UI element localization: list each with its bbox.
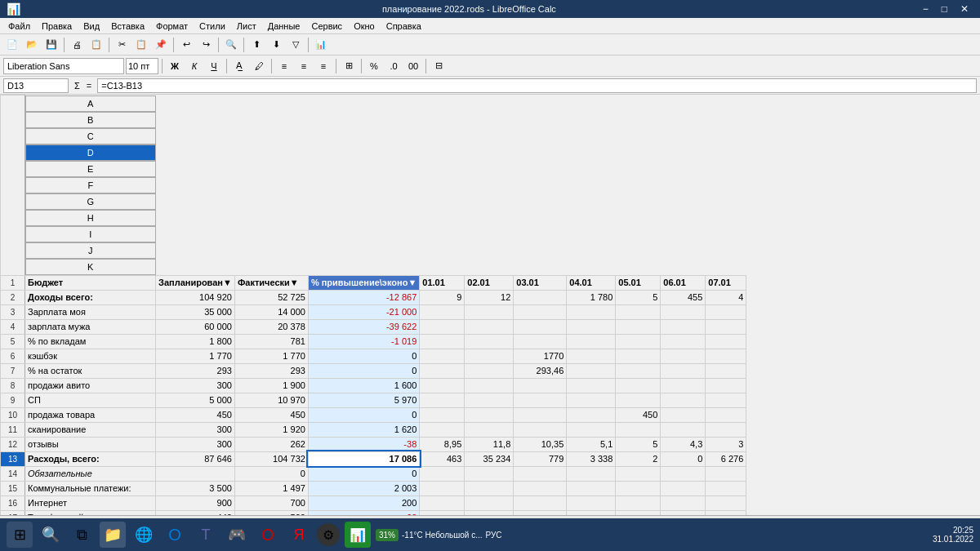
highlight-button[interactable]: 🖊 [250, 57, 268, 75]
cell-j-16[interactable] [661, 495, 706, 510]
cell-k-6[interactable] [706, 349, 746, 363]
font-name-input[interactable] [3, 58, 124, 74]
currency-button[interactable]: 00 [404, 57, 422, 75]
cell-j-17[interactable] [661, 510, 706, 515]
cell-e-8[interactable] [420, 378, 465, 393]
cell-a-11[interactable]: сканирование [25, 422, 156, 437]
cell-g-3[interactable] [514, 304, 567, 319]
cell-g-16[interactable] [514, 495, 567, 510]
cell-b-15[interactable]: 3 500 [156, 481, 235, 495]
cell-a-8[interactable]: продажи авито [25, 378, 156, 393]
cell-e-13[interactable]: 463 [420, 451, 465, 466]
cell-k-1[interactable]: 07.01 [706, 275, 746, 290]
calc-button[interactable]: 📊 [345, 522, 371, 548]
cell-e-7[interactable] [420, 363, 465, 378]
redo-button[interactable]: ↪ [197, 36, 215, 54]
cell-c-14[interactable]: 0 [234, 466, 308, 481]
cell-k-15[interactable] [706, 481, 746, 495]
cell-k-16[interactable] [706, 495, 746, 510]
cell-e-17[interactable] [420, 510, 465, 515]
menu-item-справка[interactable]: Справка [381, 20, 426, 33]
cell-c-7[interactable]: 293 [234, 363, 308, 378]
cell-h-14[interactable] [567, 466, 616, 481]
col-header-b[interactable]: B [25, 112, 156, 128]
pdf-button[interactable]: 📋 [87, 36, 105, 54]
menu-item-файл[interactable]: Файл [3, 20, 35, 33]
col-header-e[interactable]: E [25, 161, 156, 177]
cell-g-13[interactable]: 779 [514, 451, 567, 466]
cell-g-10[interactable] [514, 407, 567, 422]
cell-d-7[interactable]: 0 [308, 363, 419, 378]
print-button[interactable]: 🖨 [68, 36, 86, 54]
percent-button[interactable]: % [365, 57, 383, 75]
cell-h-3[interactable] [567, 304, 616, 319]
cell-b-2[interactable]: 104 920 [156, 290, 235, 304]
cell-h-1[interactable]: 04.01 [567, 275, 616, 290]
cell-h-9[interactable] [567, 393, 616, 407]
cell-i-16[interactable] [616, 495, 661, 510]
font-size-input[interactable] [126, 58, 158, 74]
copy-button[interactable]: 📋 [132, 36, 150, 54]
cell-f-7[interactable] [465, 363, 514, 378]
cell-f-6[interactable] [465, 349, 514, 363]
cell-b-16[interactable]: 900 [156, 495, 235, 510]
cell-f-4[interactable] [465, 319, 514, 334]
cell-c-9[interactable]: 10 970 [234, 393, 308, 407]
cell-j-5[interactable] [661, 334, 706, 349]
cell-e-1[interactable]: 01.01 [420, 275, 465, 290]
cell-j-12[interactable]: 4,3 [661, 437, 706, 451]
cell-d-1[interactable]: % привышение\эконо▼ [308, 275, 419, 290]
cell-a-1[interactable]: Бюджет [25, 275, 156, 290]
cell-g-15[interactable] [514, 481, 567, 495]
undo-button[interactable]: ↩ [177, 36, 195, 54]
cell-j-10[interactable] [661, 407, 706, 422]
col-header-i[interactable]: I [25, 226, 156, 242]
cell-a-10[interactable]: продажа товара [25, 407, 156, 422]
sort-desc-button[interactable]: ⬇ [267, 36, 285, 54]
cell-f-11[interactable] [465, 422, 514, 437]
cell-h-12[interactable]: 5,1 [567, 437, 616, 451]
cell-a-17[interactable]: Телефон мой [25, 510, 156, 515]
cell-e-2[interactable]: 9 [420, 290, 465, 304]
menu-item-вид[interactable]: Вид [78, 20, 105, 33]
teams-button[interactable]: T [193, 522, 219, 548]
cell-c-15[interactable]: 1 497 [234, 481, 308, 495]
new-button[interactable]: 📄 [3, 36, 21, 54]
cell-f-15[interactable] [465, 481, 514, 495]
cell-j-6[interactable] [661, 349, 706, 363]
col-header-a[interactable]: A [25, 96, 156, 112]
align-left-button[interactable]: ≡ [275, 57, 293, 75]
cell-b-11[interactable]: 300 [156, 422, 235, 437]
cell-f-8[interactable] [465, 378, 514, 393]
cell-h-5[interactable] [567, 334, 616, 349]
cell-h-15[interactable] [567, 481, 616, 495]
cell-d-13[interactable]: 17 086 [308, 451, 419, 466]
underline-button[interactable]: Ч [205, 57, 223, 75]
cell-j-1[interactable]: 06.01 [661, 275, 706, 290]
data-area[interactable]: A B C D E F G H I J K 1БюджетЗапланирова… [0, 95, 980, 515]
col-header-c[interactable]: C [25, 128, 156, 144]
cell-b-13[interactable]: 87 646 [156, 451, 235, 466]
cell-c-12[interactable]: 262 [234, 437, 308, 451]
col-header-j[interactable]: J [25, 242, 156, 259]
cell-c-6[interactable]: 1 770 [234, 349, 308, 363]
cell-j-15[interactable] [661, 481, 706, 495]
cell-b-1[interactable]: Запланирован▼ [156, 275, 235, 290]
cell-d-14[interactable]: 0 [308, 466, 419, 481]
cell-c-17[interactable]: 500 [234, 510, 308, 515]
cell-k-3[interactable] [706, 304, 746, 319]
cell-j-7[interactable] [661, 363, 706, 378]
cell-c-8[interactable]: 1 900 [234, 378, 308, 393]
maximize-button[interactable]: □ [937, 3, 952, 15]
cell-d-9[interactable]: 5 970 [308, 393, 419, 407]
cell-c-2[interactable]: 52 725 [234, 290, 308, 304]
cell-h-4[interactable] [567, 319, 616, 334]
cell-j-9[interactable] [661, 393, 706, 407]
cell-b-9[interactable]: 5 000 [156, 393, 235, 407]
cell-k-5[interactable] [706, 334, 746, 349]
cell-i-10[interactable]: 450 [616, 407, 661, 422]
menu-item-формат[interactable]: Формат [151, 20, 193, 33]
cell-d-8[interactable]: 1 600 [308, 378, 419, 393]
cell-g-9[interactable] [514, 393, 567, 407]
cell-g-7[interactable]: 293,46 [514, 363, 567, 378]
